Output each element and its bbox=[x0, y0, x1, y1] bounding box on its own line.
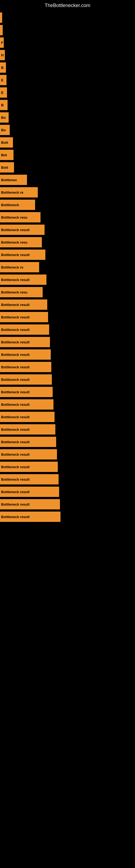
bar-item bbox=[0, 25, 3, 35]
bar-item: Bottleneck result bbox=[0, 499, 60, 509]
bar-row: Bottleneck result bbox=[0, 337, 135, 347]
bar-item: Bot bbox=[0, 150, 13, 160]
bar-row: Bottleneck result bbox=[0, 387, 135, 397]
bar-item: Bottleneck result bbox=[0, 324, 49, 335]
bar-row: B bbox=[0, 100, 135, 110]
bar-item: Bottleneck result bbox=[0, 399, 53, 410]
bar-item: Bottleneck resu bbox=[0, 287, 43, 297]
bar-item: B bbox=[0, 62, 6, 73]
bar-item: Bottleneck result bbox=[0, 225, 45, 235]
bar-row: Bottleneck result bbox=[0, 374, 135, 384]
bar-item: Bottleneck result bbox=[0, 424, 55, 435]
bar-row: Bottleneck re bbox=[0, 262, 135, 272]
bar-item: E bbox=[0, 75, 6, 85]
bar-row: Bottleneck result bbox=[0, 437, 135, 447]
bar-item: Bottleneck result bbox=[0, 349, 51, 360]
bar-item: Bottleneck result bbox=[0, 387, 53, 397]
bar-row: Bottlenec bbox=[0, 175, 135, 185]
bar-item: Bottleneck re bbox=[0, 187, 38, 197]
bar-row bbox=[0, 25, 135, 35]
bar-row: E bbox=[0, 75, 135, 85]
bar-item: Bottleneck result bbox=[0, 512, 60, 522]
bar-row: Bottleneck result bbox=[0, 250, 135, 260]
bar-row: Bottleneck result bbox=[0, 474, 135, 485]
bar-row: Bottleneck resu bbox=[0, 237, 135, 247]
bar-row: Bott bbox=[0, 162, 135, 173]
bar-item: Bott bbox=[0, 162, 14, 173]
bar-row: Bottleneck resu bbox=[0, 287, 135, 297]
bar-item: Bo bbox=[0, 112, 9, 123]
bar-item: Bottleneck re bbox=[0, 262, 39, 272]
bar-row: Bottleneck resu bbox=[0, 212, 135, 222]
bar-row: B bbox=[0, 62, 135, 73]
bar-row: H bbox=[0, 50, 135, 60]
bar-row: Bottleneck result bbox=[0, 499, 135, 509]
bar-row: Bottleneck result bbox=[0, 512, 135, 522]
bar-item: Bo bbox=[0, 125, 10, 135]
bar-row: E bbox=[0, 87, 135, 98]
bar-item: F bbox=[0, 37, 4, 48]
bar-item: Bottleneck result bbox=[0, 462, 58, 472]
bar-item: Bottleneck result bbox=[0, 312, 48, 322]
bar-item: Bottleneck result bbox=[0, 300, 47, 310]
bar-item: Bottleneck result bbox=[0, 337, 50, 347]
bar-row: Bottleneck result bbox=[0, 449, 135, 460]
bar-row: Bo bbox=[0, 112, 135, 123]
bar-row: Bottleneck result bbox=[0, 225, 135, 235]
bar-row: Bottleneck result bbox=[0, 412, 135, 422]
bar-item bbox=[0, 12, 2, 23]
bar-item: E bbox=[0, 87, 7, 98]
bar-item: Bottleneck result bbox=[0, 362, 51, 372]
site-title: TheBottlenecker.com bbox=[0, 0, 135, 12]
bar-item: Bott bbox=[0, 137, 13, 148]
bar-row: Bottleneck result bbox=[0, 399, 135, 410]
bar-row: F bbox=[0, 37, 135, 48]
bar-row: Bottleneck re bbox=[0, 187, 135, 197]
bar-row: Bottleneck result bbox=[0, 462, 135, 472]
bar-item: H bbox=[0, 50, 5, 60]
bars-container: FHBEEBBoBoBottBotBottBottlenecBottleneck… bbox=[0, 12, 135, 524]
bar-row: Bottleneck result bbox=[0, 362, 135, 372]
bar-row: Bottleneck bbox=[0, 199, 135, 210]
bar-row: Bottleneck result bbox=[0, 300, 135, 310]
bar-row: Bottleneck result bbox=[0, 312, 135, 322]
bar-item: Bottleneck result bbox=[0, 487, 59, 497]
bar-item: B bbox=[0, 100, 8, 110]
bar-row: Bot bbox=[0, 150, 135, 160]
bar-item: Bottleneck result bbox=[0, 250, 45, 260]
bar-item: Bottleneck resu bbox=[0, 212, 41, 222]
bar-row: Bottleneck result bbox=[0, 487, 135, 497]
bar-item: Bottleneck result bbox=[0, 449, 57, 460]
bar-item: Bottleneck result bbox=[0, 412, 54, 422]
bar-item: Bottleneck result bbox=[0, 275, 46, 285]
bar-row: Bottleneck result bbox=[0, 324, 135, 335]
bar-row: Bo bbox=[0, 125, 135, 135]
bar-row: Bottleneck result bbox=[0, 424, 135, 435]
bar-row: Bott bbox=[0, 137, 135, 148]
bar-item: Bottleneck bbox=[0, 199, 35, 210]
bar-row: Bottleneck result bbox=[0, 275, 135, 285]
bar-item: Bottleneck result bbox=[0, 474, 58, 485]
bar-row: Bottleneck result bbox=[0, 349, 135, 360]
bar-item: Bottleneck result bbox=[0, 437, 56, 447]
bar-item: Bottleneck resu bbox=[0, 237, 42, 247]
bar-row bbox=[0, 12, 135, 23]
bar-item: Bottlenec bbox=[0, 175, 27, 185]
bar-item: Bottleneck result bbox=[0, 374, 52, 384]
